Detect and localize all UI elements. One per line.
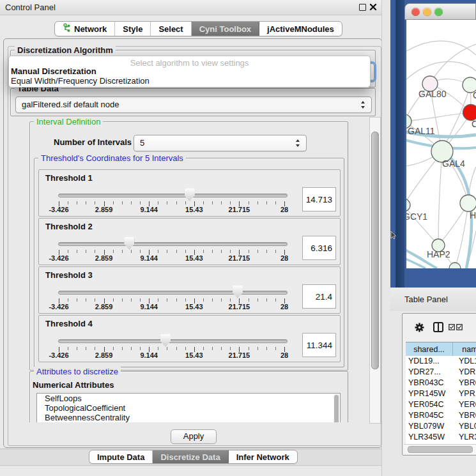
table-row[interactable]: YLR345WYLR34 [406,432,476,443]
network-edge[interactable] [455,203,468,268]
network-window-titlebar[interactable] [404,3,476,20]
attributes-group: Attributes to discretize Numerical Attri… [29,371,348,422]
attribute-list-item[interactable]: SelfLoops [37,394,340,403]
threshold-value-field[interactable]: 11.344 [302,333,336,357]
tab-impute-data[interactable]: Impute Data [89,450,153,463]
slider-minor-tick [257,347,258,350]
threshold-value-field[interactable]: 21.4 [302,284,336,309]
threshold-value-field[interactable]: 6.316 [302,236,336,260]
network-frame-shadow [395,0,404,288]
slider-tick-label: 21.715 [219,351,259,359]
table-row[interactable]: YBR043CYBR04 [406,378,476,388]
tab-jactivemnodules[interactable]: jActiveMNodules [259,22,342,36]
slider-tick-label: 28 [264,206,305,213]
gear-icon[interactable] [415,323,424,332]
slider-minor-tick [77,250,77,253]
slider-thumb[interactable] [233,286,243,298]
tab-style[interactable]: Style [115,22,151,36]
network-node[interactable] [449,263,461,268]
slider-track[interactable] [58,339,288,343]
attributes-legend: Attributes to discretize [34,367,121,376]
scrollbar-thumb[interactable] [371,132,379,369]
cell-name: YDR27 [454,367,476,378]
slider-tick-label: 21.715 [219,254,259,262]
algorithm-option[interactable]: Equal Width/Frequency Discretization [11,76,150,86]
table-hscrollbar[interactable] [404,444,476,453]
slider-minor-tick [275,347,276,350]
mouse-cursor [390,231,396,240]
tab-infer-network[interactable]: Infer Network [229,450,297,463]
apply-button[interactable]: Apply [171,429,217,444]
table-data-combobox[interactable]: galFiltered.sif default node [15,96,372,113]
tab-network[interactable]: Network [55,22,115,36]
slider-tick-label: -3.426 [38,254,79,262]
attributes-list-scrollbar[interactable] [334,394,339,422]
attribute-list-item[interactable]: BetweennessCentrality [37,413,340,422]
float-window-icon[interactable] [359,4,366,11]
close-icon[interactable] [369,3,377,11]
slider-minor-tick [212,347,213,350]
combo-arrows-icon [296,139,300,147]
network-edge[interactable] [406,112,471,121]
network-node[interactable] [463,105,476,121]
network-node[interactable] [406,199,410,211]
tab-discretize-data[interactable]: Discretize Data [153,450,228,463]
slider-track[interactable] [58,194,288,197]
tab-select[interactable]: Select [151,22,191,36]
settings-scrollbar[interactable] [369,117,381,424]
slider-minor-tick [167,347,167,350]
interval-definition-legend: Interval Definition [34,117,103,127]
slider-minor-tick [167,201,167,204]
tab-label: Network [74,24,107,34]
slider-minor-tick [185,347,186,350]
slider-minor-tick [131,250,132,253]
slider-tick-label: 9.144 [128,351,169,359]
attribute-list-item[interactable]: TopologicalCoefficient [37,403,340,413]
slider-thumb[interactable] [160,334,171,347]
table-data-value: galFiltered.sif default node [22,97,119,112]
algorithm-option[interactable]: Manual Discretization [11,66,96,76]
interval-definition-group: Interval Definition Number of Intervals … [29,121,348,371]
columns-icon[interactable] [433,322,443,332]
threshold-panel-1: Threshold 1-3.4262.8599.14415.4321.71528… [38,169,341,217]
network-node[interactable] [460,195,476,211]
slider-minor-tick [140,201,141,204]
zoom-traffic-light[interactable] [434,8,443,16]
slider-thumb[interactable] [124,237,134,250]
slider-thumb[interactable] [185,188,195,201]
slider-minor-tick [221,250,222,253]
slider-minor-tick [113,347,114,350]
column-header-shared-name[interactable]: shared... [406,342,453,357]
panel-divider[interactable] [381,0,391,476]
table-row[interactable]: YBL079WYBL07 [406,421,476,432]
tab-cyni-toolbox[interactable]: Cyni Toolbox [192,22,259,36]
slider-track[interactable] [58,291,288,295]
slider-minor-tick [203,347,204,350]
checkbox-icon[interactable] [456,324,463,330]
table-row[interactable]: YBR045CYBR04 [406,410,476,421]
slider-minor-tick [158,298,158,302]
slider-tick-label: 2.859 [84,206,125,213]
threshold-value-field[interactable]: 14.713 [302,187,336,211]
table-row[interactable]: YER054CYER05 [406,399,476,410]
number-of-intervals-combobox[interactable]: 5 [134,135,307,151]
threshold-label: Threshold 2 [45,222,93,231]
cell-shared-name: YER054C [406,399,454,410]
slider-minor-tick [140,298,141,302]
network-edge[interactable] [406,41,476,58]
checkbox-icon[interactable] [449,324,455,330]
network-canvas[interactable]: GAL80G.CGAL11GAL4GCY1HHAP2 [406,20,476,268]
column-header-name[interactable]: name [453,342,476,357]
node-label: GAL11 [408,126,435,136]
threshold-label: Threshold 3 [45,270,93,280]
slider-minor-tick [257,250,258,253]
table-row[interactable]: YDR27...YDR27 [406,367,476,378]
table-row[interactable]: YPR145WYPR14 [406,388,476,399]
table-row[interactable]: YDL19...YDL19 [406,356,476,367]
slider-track[interactable] [58,242,288,246]
minimize-traffic-light[interactable] [423,8,431,16]
numerical-attributes-list[interactable]: SelfLoopsTopologicalCoefficientBetweenne… [36,393,341,422]
close-traffic-light[interactable] [411,8,420,16]
slider-minor-tick [275,201,276,204]
table-rows: YDL19...YDL19YDR27...YDR27YBR043CYBR04YP… [406,356,476,454]
